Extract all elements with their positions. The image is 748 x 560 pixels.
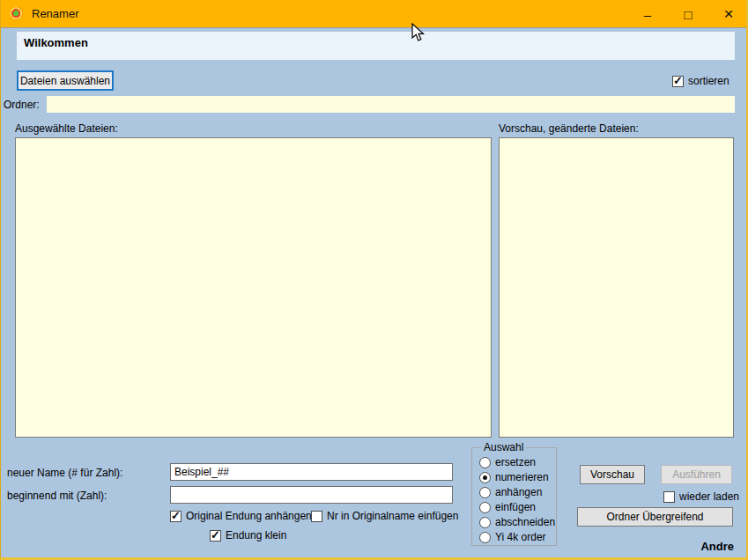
sortieren-checkbox[interactable]: sortieren <box>672 75 729 87</box>
close-button[interactable]: × <box>708 0 748 28</box>
radio-label: anhängen <box>495 486 542 498</box>
radio-icon[interactable] <box>479 532 491 543</box>
radio-label: ersetzen <box>495 456 536 468</box>
radio-anhaengen[interactable]: anhängen <box>479 486 556 498</box>
vorschau-button[interactable]: Vorschau <box>580 465 645 484</box>
insert-nr-checkbox[interactable]: Nr in Originalname einfügen <box>311 510 458 522</box>
start-number-label: beginnend mit (Zahl): <box>7 490 107 502</box>
wieder-laden-label: wieder laden <box>679 490 739 503</box>
titlebar: Renamer – □ × <box>0 0 748 28</box>
author-text: Andre <box>700 540 734 553</box>
checkbox-icon[interactable] <box>311 511 322 522</box>
lowercase-ext-label: Endung klein <box>226 529 286 542</box>
radio-numerieren[interactable]: numerieren <box>479 471 556 483</box>
radio-icon[interactable] <box>479 517 491 528</box>
auswahl-group-label: Auswahl <box>481 441 526 453</box>
preview-files-listbox[interactable] <box>499 137 734 438</box>
folder-label: Ordner: <box>4 99 40 111</box>
ordner-uebergreifend-button[interactable]: Ordner Übergreifend <box>577 507 733 527</box>
start-number-input[interactable] <box>170 486 453 504</box>
select-files-button[interactable]: Dateien auswählen <box>17 70 114 91</box>
app-icon <box>10 7 24 21</box>
checkbox-icon[interactable] <box>210 530 221 542</box>
append-original-ext-checkbox[interactable]: Original Endung anhängen <box>170 510 312 522</box>
minimize-button[interactable]: – <box>627 0 668 28</box>
append-original-ext-label: Original Endung anhängen <box>186 510 312 522</box>
radio-label: einfügen <box>495 501 536 513</box>
radio-icon[interactable] <box>479 472 491 483</box>
radio-ersetzen[interactable]: ersetzen <box>479 456 556 468</box>
insert-nr-label: Nr in Originalname einfügen <box>327 510 458 522</box>
new-name-label: neuer Name (# für Zahl): <box>7 467 122 479</box>
radio-yi4k-order[interactable]: Yi 4k order <box>479 531 556 543</box>
maximize-button[interactable]: □ <box>668 0 708 28</box>
radio-icon[interactable] <box>479 457 491 468</box>
sortieren-label: sortieren <box>688 75 729 87</box>
checkbox-icon[interactable] <box>170 511 181 522</box>
preview-files-label: Vorschau, geänderte Dateien: <box>499 122 639 135</box>
welcome-banner: Wilkommen <box>17 32 735 60</box>
radio-abschneiden[interactable]: abschneiden <box>479 516 556 528</box>
checkbox-icon[interactable] <box>663 491 675 503</box>
window-controls: – □ × <box>627 0 748 28</box>
lowercase-ext-checkbox[interactable]: Endung klein <box>210 529 286 542</box>
new-name-input[interactable] <box>170 463 453 481</box>
checkbox-icon[interactable] <box>672 76 684 87</box>
auswahl-groupbox: Auswahl ersetzen numerieren anhängen ein… <box>471 441 557 546</box>
app-window: Renamer – □ × Wilkommen Dateien auswähle… <box>0 0 748 560</box>
wieder-laden-checkbox[interactable]: wieder laden <box>663 490 739 503</box>
radio-label: numerieren <box>495 471 549 483</box>
radio-icon[interactable] <box>479 487 491 498</box>
radio-label: abschneiden <box>495 516 555 528</box>
radio-einfuegen[interactable]: einfügen <box>479 501 556 513</box>
radio-icon[interactable] <box>479 502 491 513</box>
ausfuehren-button[interactable]: Ausführen <box>661 465 732 484</box>
selected-files-label: Ausgewählte Dateien: <box>15 122 118 135</box>
window-title: Renamer <box>32 7 78 20</box>
selected-files-listbox[interactable] <box>15 137 492 438</box>
folder-input[interactable] <box>47 96 735 113</box>
radio-label: Yi 4k order <box>495 531 546 543</box>
